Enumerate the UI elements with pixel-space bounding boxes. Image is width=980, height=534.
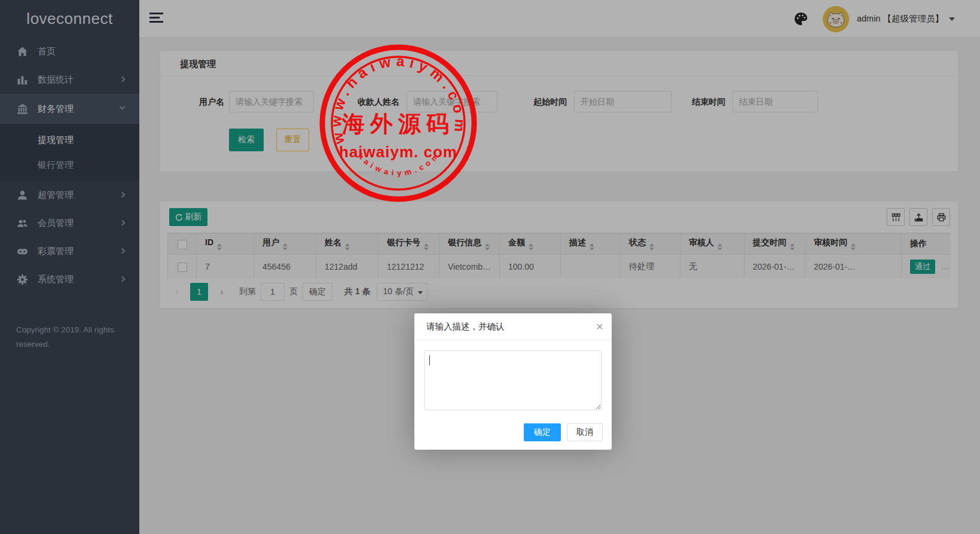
dialog-title: 请输入描述，并确认 <box>414 313 612 340</box>
dialog-footer: 确定 取消 <box>524 423 603 441</box>
text-cursor <box>429 355 430 365</box>
confirm-button[interactable]: 确定 <box>524 423 561 441</box>
confirm-description-dialog: 请输入描述，并确认 × 确定 取消 <box>414 313 612 450</box>
app-window: loveconnect 首页 数据统计 财务管理 提现管理 银行管理 超管管理 <box>0 0 980 534</box>
modal-shade-overlay <box>0 0 980 534</box>
cancel-button[interactable]: 取消 <box>567 423 603 441</box>
description-textarea[interactable] <box>425 350 602 410</box>
close-icon[interactable]: × <box>596 319 603 334</box>
